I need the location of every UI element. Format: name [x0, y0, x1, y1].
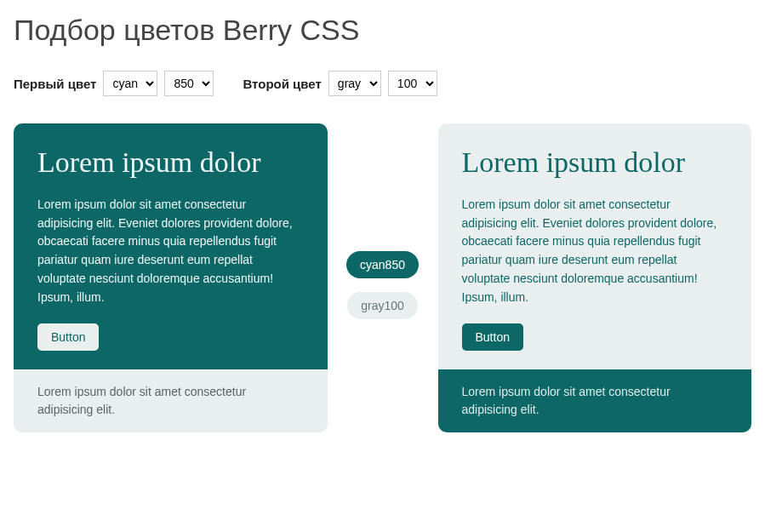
card-button[interactable]: Button: [462, 323, 523, 351]
cards-row: Lorem ipsum dolor Lorem ipsum dolor sit …: [14, 123, 751, 432]
card-body: Lorem ipsum dolor Lorem ipsum dolor sit …: [438, 123, 752, 369]
first-shade-select[interactable]: 850: [164, 71, 214, 96]
card-button[interactable]: Button: [37, 323, 99, 351]
card-text: Lorem ipsum dolor sit amet consectetur a…: [462, 196, 728, 306]
second-shade-select[interactable]: 100: [388, 71, 437, 96]
page-title: Подбор цветов Berry CSS: [14, 14, 751, 47]
card-title: Lorem ipsum dolor: [37, 146, 304, 179]
card-title: Lorem ipsum dolor: [462, 146, 728, 179]
badge-primary: cyan850: [346, 251, 419, 278]
card-text: Lorem ipsum dolor sit amet consectetur a…: [37, 196, 304, 306]
second-color-label: Второй цвет: [243, 77, 321, 91]
card-footer: Lorem ipsum dolor sit amet consectetur a…: [438, 369, 752, 432]
color-controls: Первый цвет cyan 850 Второй цвет gray 10…: [14, 71, 751, 96]
card-footer: Lorem ipsum dolor sit amet consectetur a…: [14, 369, 328, 432]
card-body: Lorem ipsum dolor Lorem ipsum dolor sit …: [14, 123, 328, 369]
color-badges: cyan850 gray100: [345, 123, 421, 319]
preview-card-secondary: Lorem ipsum dolor Lorem ipsum dolor sit …: [438, 123, 752, 432]
second-color-select[interactable]: gray: [328, 71, 381, 96]
first-color-select[interactable]: cyan: [103, 71, 157, 96]
badge-secondary: gray100: [347, 292, 418, 319]
preview-card-primary: Lorem ipsum dolor Lorem ipsum dolor sit …: [14, 123, 328, 432]
first-color-label: Первый цвет: [14, 77, 96, 91]
